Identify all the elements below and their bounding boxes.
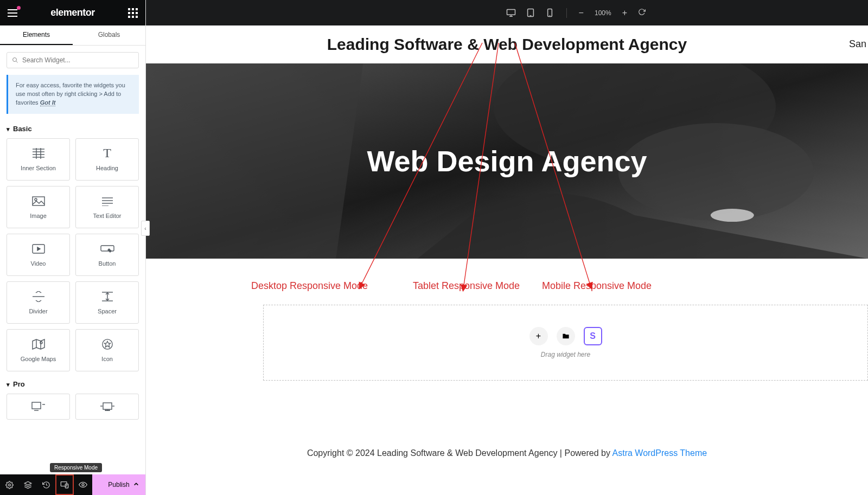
widget-spacer[interactable]: Spacer [75,281,139,324]
svg-point-24 [40,342,42,344]
widget-label: Spacer [98,308,117,314]
zoom-out-button[interactable]: − [576,8,587,18]
star-icon [101,338,113,350]
svg-rect-27 [32,402,41,409]
editor-main: − 100% + Leading Software & Web Developm… [146,0,868,495]
widget-label: Divider [29,308,47,314]
svg-point-40 [82,484,84,486]
svg-rect-16 [101,246,114,251]
footer-theme-link[interactable]: Astra WordPress Theme [612,448,707,458]
chevron-up-icon[interactable] [133,481,139,488]
svg-rect-8 [33,197,44,205]
svg-point-0 [13,58,17,62]
svg-point-50 [618,123,814,221]
widget-heading[interactable]: T Heading [75,138,139,181]
video-icon [32,243,45,255]
sidebar-footer: Responsive Mode Publish [0,474,145,495]
tab-globals[interactable]: Globals [73,25,145,45]
zoom-reset-button[interactable] [635,8,649,18]
zoom-in-button[interactable]: + [619,8,630,18]
widget-inner-section[interactable]: Inner Section [7,138,70,181]
svg-marker-21 [33,339,44,349]
widget-video[interactable]: Video [7,234,70,276]
pro-widget-icon [31,401,46,413]
footer-copyright: Copyright © 2024 Leading Software & Web … [307,448,612,458]
annotation-desktop: Desktop Responsive Mode [251,280,368,292]
category-pro-label[interactable]: Pro [7,377,139,394]
add-section-button[interactable]: + [529,327,548,345]
preview-icon[interactable] [74,474,92,495]
sidebar-header: elementor [0,0,145,25]
category-pro: Pro [0,377,145,420]
widget-image[interactable]: Image [7,186,70,228]
svg-point-34 [107,410,108,411]
panel-body: For easy access, favorite the widgets yo… [0,75,145,495]
svg-marker-15 [37,247,40,250]
publish-button[interactable]: Publish [92,474,145,495]
responsive-topbar: − 100% + [146,0,868,25]
heading-icon: T [103,147,111,159]
divider-icon [32,291,45,303]
tip-text: For easy access, favorite the widgets yo… [16,82,125,106]
svg-rect-30 [103,403,112,409]
widget-label: Video [31,260,46,267]
zoom-value: 100% [595,9,611,17]
widget-icon[interactable]: Icon [75,329,139,371]
page-nav-partial: San [849,25,868,63]
device-desktop-button[interactable] [503,5,519,21]
hero-section[interactable]: Web Design Agency [146,63,868,259]
empty-section-dropzone[interactable]: + S Drag widget here [263,305,868,381]
search-icon [12,57,18,63]
search-input[interactable] [7,52,139,68]
widget-text-editor[interactable]: Text Editor [75,186,139,228]
site-title: Leading Software & Web Development Agenc… [146,25,868,63]
add-template-button[interactable] [557,327,575,345]
tip-gotit-link[interactable]: Got It [40,99,56,106]
notification-dot [17,6,21,10]
image-icon [32,195,45,207]
category-basic-label[interactable]: Basic [7,121,139,138]
widget-label: Inner Section [21,165,56,171]
elementor-logo: elementor [50,7,95,18]
hero-heading: Web Design Agency [367,144,647,178]
device-mobile-button[interactable] [542,5,558,21]
widget-pro-1[interactable] [7,394,70,420]
widget-pro-2[interactable] [75,394,139,420]
category-basic: Basic Inner Section T Heading Image [0,121,145,371]
add-s-button[interactable]: S [584,327,602,345]
svg-marker-37 [24,481,31,485]
widget-google-maps[interactable]: Google Maps [7,329,70,371]
widget-label: Icon [101,356,113,362]
widget-label: Text Editor [93,213,122,219]
svg-line-1 [16,61,18,63]
widget-label: Heading [96,165,118,171]
publish-label: Publish [108,481,129,488]
preview-canvas: Leading Software & Web Development Agenc… [146,25,868,495]
navigator-icon[interactable] [18,474,37,495]
tab-elements[interactable]: Elements [0,25,73,45]
panel-collapse-handle[interactable]: ‹ [141,221,150,236]
pro-widget-icon [100,401,115,413]
responsive-mode-button[interactable]: Responsive Mode [55,474,74,495]
elementor-sidebar: elementor Elements Globals For easy acce… [0,0,146,495]
history-icon[interactable] [37,474,55,495]
menu-toggle-icon[interactable] [8,9,17,17]
map-icon [32,338,45,350]
annotation-mobile: Mobile Responsive Mode [542,280,652,292]
widget-divider[interactable]: Divider [7,281,70,324]
annotation-tablet: Tablet Responsive Mode [413,280,520,292]
site-footer-text: Copyright © 2024 Leading Software & Web … [146,448,868,458]
widget-button[interactable]: Button [75,234,139,276]
search-wrap [0,46,145,75]
widget-label: Image [30,213,47,219]
device-tablet-button[interactable] [523,5,538,21]
inner-section-icon [32,147,45,159]
panel-tabs: Elements Globals [0,25,145,46]
widget-label: Button [99,260,116,267]
widget-label: Google Maps [21,356,56,362]
settings-icon[interactable] [0,474,18,495]
topbar-separator [566,8,567,18]
spacer-icon [101,291,114,303]
svg-rect-41 [507,10,515,15]
apps-grid-icon[interactable] [128,8,138,18]
